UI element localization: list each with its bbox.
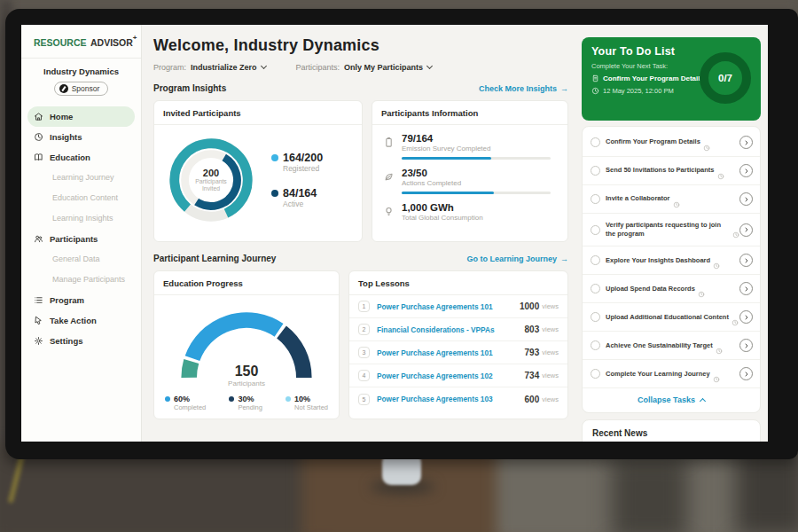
task-open-button[interactable] <box>739 192 753 206</box>
link-label: Check More Insights <box>479 84 557 93</box>
legend-dot-icon <box>165 396 170 402</box>
stat-actions-completed: 23/50 Actions Completed <box>372 160 567 194</box>
task-checkbox[interactable] <box>591 137 600 147</box>
task-open-button[interactable] <box>739 367 753 380</box>
go-to-learning-journey-link[interactable]: Go to Learning Journey → <box>466 254 568 263</box>
lesson-rank-badge: 5 <box>358 394 370 405</box>
task-checkbox[interactable] <box>591 166 600 176</box>
gear-icon <box>34 336 43 346</box>
section-title: Program Insights <box>153 83 226 93</box>
gauge-legend-item: 10% Not Started <box>286 395 328 411</box>
sidebar-item-learning-insights[interactable]: Learning Insights <box>21 208 141 229</box>
task-checkbox[interactable] <box>591 312 600 322</box>
task-open-button[interactable] <box>739 223 753 237</box>
invited-donut-chart: 200 Participants Invited <box>163 132 259 228</box>
task-open-button[interactable] <box>739 339 753 352</box>
arrow-right-icon: → <box>560 84 568 93</box>
task-row: Invite a Collaborator <box>583 185 760 214</box>
sidebar-item-general-data[interactable]: General Data <box>21 249 141 270</box>
task-open-button[interactable] <box>739 254 753 267</box>
lesson-rank-badge: 2 <box>358 324 370 335</box>
recent-news-card: Recent News <box>582 419 761 442</box>
sidebar-item-settings[interactable]: Settings <box>21 331 141 351</box>
sidebar-item-manage-participants[interactable]: Manage Participants <box>21 270 141 290</box>
lesson-title-link[interactable]: Power Purchase Agreements 103 <box>377 395 525 403</box>
sidebar-item-label: Insights <box>50 132 82 142</box>
task-row: Verify participants requesting to join t… <box>583 214 760 246</box>
people-icon <box>34 234 43 244</box>
legend-label: Completed <box>174 403 206 411</box>
lesson-title-link[interactable]: Power Purchase Agreements 101 <box>377 348 525 357</box>
task-label: Verify participants requesting to join t… <box>606 221 730 239</box>
logo-resource: RESOURCE <box>34 37 87 48</box>
invited-donut-body: 200 Participants Invited 164/200 Registe… <box>154 125 362 228</box>
photo-background <box>612 457 687 532</box>
task-checkbox[interactable] <box>591 284 600 293</box>
lesson-row: 4 Power Purchase Agreements 102 734 view… <box>349 364 567 387</box>
sidebar-item-education-content[interactable]: Education Content <box>21 188 141 208</box>
task-checkbox[interactable] <box>591 255 600 265</box>
legend-dot-icon <box>229 396 234 402</box>
education-progress-card: Education Progress 150 Participants <box>153 270 340 419</box>
lesson-views-label: views <box>542 348 559 356</box>
lesson-title-link[interactable]: Financial Considerations - VPPAs <box>377 325 525 334</box>
lesson-rank-badge: 4 <box>358 370 370 381</box>
education-gauge-chart: 150 Participants <box>162 299 331 387</box>
stat-value: 79/164 <box>402 133 551 144</box>
task-row: Send 50 Invitations to Participants <box>583 157 760 185</box>
task-row: Complete Your Learning Journey <box>583 360 760 388</box>
participants-filter-dropdown[interactable]: Participants: Only My Participants <box>296 63 433 72</box>
task-checkbox[interactable] <box>591 225 600 235</box>
task-row: Achieve One Sustainability Target <box>583 332 760 360</box>
task-open-button[interactable] <box>739 282 753 295</box>
progress-bar <box>402 157 551 160</box>
clock-icon <box>703 139 710 146</box>
legend-label: Pending <box>238 403 262 411</box>
lesson-views-label: views <box>542 372 559 379</box>
task-checkbox[interactable] <box>591 369 600 379</box>
logo-plus: + <box>133 34 137 42</box>
sidebar-item-take-action[interactable]: Take Action <box>21 310 141 331</box>
stat-value: 1,000 GWh <box>402 202 483 213</box>
lesson-views-label: views <box>542 325 559 333</box>
sidebar: RESOURCE ADVISOR+ Industry Dynamics Spon… <box>21 25 142 442</box>
clock-icon <box>713 257 720 264</box>
collapse-tasks-link[interactable]: Collapse Tasks <box>583 388 760 411</box>
todo-tasks-card: Confirm Your Program Details Send 50 Inv… <box>582 126 761 413</box>
todo-progress-ring: 0/7 <box>700 52 751 104</box>
task-open-button[interactable] <box>739 136 753 149</box>
lesson-title-link[interactable]: Power Purchase Agreements 102 <box>377 372 525 380</box>
gauge-legend-item: 60% Completed <box>165 395 206 411</box>
program-filter-dropdown[interactable]: Program: Industrialize Zero <box>153 63 266 72</box>
task-checkbox[interactable] <box>591 340 600 350</box>
sidebar-item-education[interactable]: Education <box>21 147 141 168</box>
program-filter-label: Program: <box>153 63 186 72</box>
arrow-right-icon: → <box>560 254 568 263</box>
check-more-insights-link[interactable]: Check More Insights → <box>479 84 568 93</box>
lesson-views-count: 734 <box>525 371 540 380</box>
task-checkbox[interactable] <box>591 194 600 204</box>
task-row: Confirm Your Program Details <box>583 129 760 157</box>
sidebar-item-participants[interactable]: Participants <box>21 229 141 249</box>
lesson-views-count: 793 <box>525 348 540 357</box>
chevron-down-icon <box>260 63 266 69</box>
participants-information-card: Participants Information 79/164 Emission… <box>372 100 568 242</box>
lesson-views-label: views <box>542 302 559 310</box>
lesson-title-link[interactable]: Power Purchase Agreements 101 <box>377 302 520 311</box>
main-content: Welcome, Industry Dynamics Program: Indu… <box>142 25 580 442</box>
sidebar-item-learning-journey[interactable]: Learning Journey <box>21 168 141 188</box>
task-open-button[interactable] <box>739 164 753 177</box>
leaf-icon <box>383 170 395 182</box>
clock-icon <box>716 342 723 349</box>
sidebar-item-program[interactable]: Program <box>21 290 141 310</box>
sidebar-item-insights[interactable]: Insights <box>21 127 141 147</box>
task-label: Achieve One Sustainability Target <box>606 341 713 350</box>
insights-cards-row: Invited Participants 200 Participants In… <box>153 100 568 242</box>
progress-bar-fill <box>402 157 491 160</box>
task-open-button[interactable] <box>739 310 753 324</box>
sidebar-item-label: Program <box>50 295 84 305</box>
sidebar-item-home[interactable]: Home <box>27 106 135 127</box>
lesson-views-count: 600 <box>525 395 540 404</box>
task-row: Upload Spend Data Records <box>583 275 760 303</box>
card-title: Education Progress <box>154 271 339 295</box>
